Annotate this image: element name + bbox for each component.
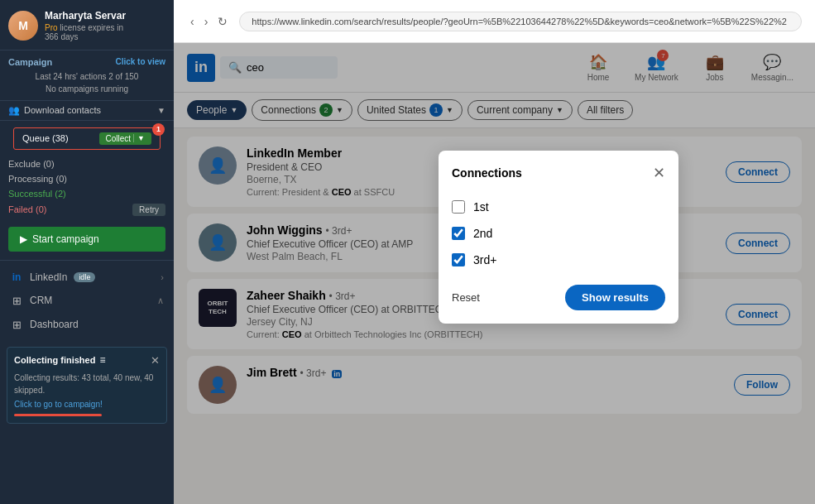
collecting-panel: Collecting finished ≡ ✕ Collecting resul… [7, 347, 167, 424]
download-icon: 👥 [8, 105, 20, 116]
exclude-label: Exclude (0) [8, 159, 55, 169]
queue-label: Queue (38) [22, 133, 69, 143]
collecting-title: Collecting finished ≡ [14, 354, 105, 366]
sidebar-stats-line1: Last 24 hrs' actions 2 of 150 [8, 72, 165, 81]
chevron-up-icon: ∧ [157, 295, 164, 306]
collecting-header: Collecting finished ≡ ✕ [14, 354, 160, 367]
queue-badge: 1 [152, 123, 165, 136]
collect-button[interactable]: Collect ▼ [99, 132, 152, 145]
collect-label: Collect [106, 134, 132, 143]
connections-dropdown: Connections ✕ 1st 2nd 3rd+ Reset Show re… [439, 151, 678, 324]
sidebar-item-crm[interactable]: ⊞ CRM ∧ [0, 289, 174, 313]
list-icon: ≡ [99, 354, 105, 366]
dashboard-label: Dashboard [30, 319, 79, 330]
browser-nav-arrows: ‹ › ↻ [187, 12, 231, 31]
checkbox-3rdplus[interactable]: 3rd+ [452, 247, 665, 273]
dashboard-icon: ⊞ [10, 319, 23, 331]
processing-row: Processing (0) [8, 171, 165, 186]
show-results-button[interactable]: Show results [565, 285, 665, 310]
go-to-campaign-link[interactable]: Click to go to campaign! [14, 400, 160, 409]
checkbox-3rdplus-input[interactable] [452, 253, 465, 266]
collecting-title-text: Collecting finished [14, 355, 95, 365]
linkedin-content: in 🔍 🏠 Home 👥 7 My Network � [174, 43, 815, 504]
sidebar-stats-line2: No campaigns running [8, 84, 165, 94]
play-icon: ▶ [20, 233, 27, 245]
campaign-label: Campaign [8, 57, 52, 67]
download-contacts-row[interactable]: 👥 Download contacts ▼ [0, 101, 174, 121]
sidebar-item-linkedin[interactable]: in LinkedIn idle › [0, 266, 174, 289]
checkbox-1st-input[interactable] [452, 200, 465, 214]
sidebar-item-dashboard[interactable]: ⊞ Dashboard [0, 313, 174, 337]
failed-label: Failed (0) [8, 204, 46, 214]
collect-dropdown-arrow: ▼ [133, 134, 145, 142]
linkedin-label: LinkedIn [30, 271, 67, 283]
click-to-view[interactable]: Click to view [115, 57, 165, 66]
url-bar[interactable]: https://www.linkedin.com/search/results/… [239, 12, 802, 31]
profile-days: 366 days [45, 32, 126, 41]
queue-section: Queue (38) Collect ▼ 1 [0, 121, 174, 156]
checkbox-2nd-input[interactable] [452, 227, 465, 240]
crm-label: CRM [30, 295, 52, 306]
exclude-row: Exclude (0) [8, 156, 165, 171]
start-campaign-label: Start campaign [32, 233, 99, 245]
dropdown-header: Connections ✕ [452, 164, 665, 182]
download-contacts-btn[interactable]: 👥 Download contacts [8, 105, 101, 116]
dropdown-title: Connections [452, 166, 522, 180]
retry-button[interactable]: Retry [132, 204, 165, 216]
successful-row: Successful (2) [8, 186, 165, 201]
checkbox-2nd[interactable]: 2nd [452, 220, 665, 247]
queue-row: Queue (38) Collect ▼ 1 [13, 127, 161, 150]
failed-row: Failed (0) Retry [8, 201, 165, 218]
checkbox-2nd-label: 2nd [473, 227, 492, 240]
profile-info: Marharyta Servar Pro license expires in … [45, 10, 126, 41]
sidebar: M Marharyta Servar Pro license expires i… [0, 0, 174, 504]
browser-topbar: ‹ › ↻ https://www.linkedin.com/search/re… [174, 0, 815, 43]
dropdown-actions: Reset Show results [452, 285, 665, 310]
reload-button[interactable]: ↻ [214, 12, 231, 31]
successful-label: Successful (2) [8, 189, 66, 199]
forward-button[interactable]: › [201, 12, 212, 31]
profile-name: Marharyta Servar [45, 10, 126, 23]
collecting-progress-bar [14, 414, 102, 416]
profile-plan: Pro license expires in [45, 23, 126, 32]
profile-section: M Marharyta Servar Pro license expires i… [0, 0, 174, 50]
dropdown-close-button[interactable]: ✕ [653, 164, 665, 182]
checkbox-1st[interactable]: 1st [452, 194, 665, 220]
linkedin-status-badge: idle [74, 272, 95, 282]
chevron-right-icon: › [161, 272, 164, 282]
linkedin-icon: in [10, 271, 23, 283]
checkbox-3rdplus-label: 3rd+ [473, 253, 496, 266]
status-rows: Exclude (0) Processing (0) Successful (2… [0, 156, 174, 218]
collecting-body: Collecting results: 43 total, 40 new, 40… [14, 372, 160, 396]
avatar: M [8, 11, 38, 41]
reset-button[interactable]: Reset [452, 291, 480, 304]
campaign-header: Campaign Click to view [8, 57, 165, 67]
collecting-close-button[interactable]: ✕ [151, 354, 160, 367]
processing-label: Processing (0) [8, 174, 67, 184]
main-content: ‹ › ↻ https://www.linkedin.com/search/re… [174, 0, 815, 504]
checkbox-1st-label: 1st [473, 200, 489, 214]
download-label: Download contacts [24, 105, 101, 115]
chevron-down-icon: ▼ [157, 106, 165, 115]
grid-icon: ⊞ [10, 295, 23, 307]
campaign-section: Campaign Click to view Last 24 hrs' acti… [0, 50, 174, 101]
sidebar-nav: in LinkedIn idle › ⊞ CRM ∧ ⊞ Dashboard [0, 260, 174, 342]
back-button[interactable]: ‹ [187, 12, 198, 31]
start-campaign-button[interactable]: ▶ Start campaign [8, 227, 165, 252]
